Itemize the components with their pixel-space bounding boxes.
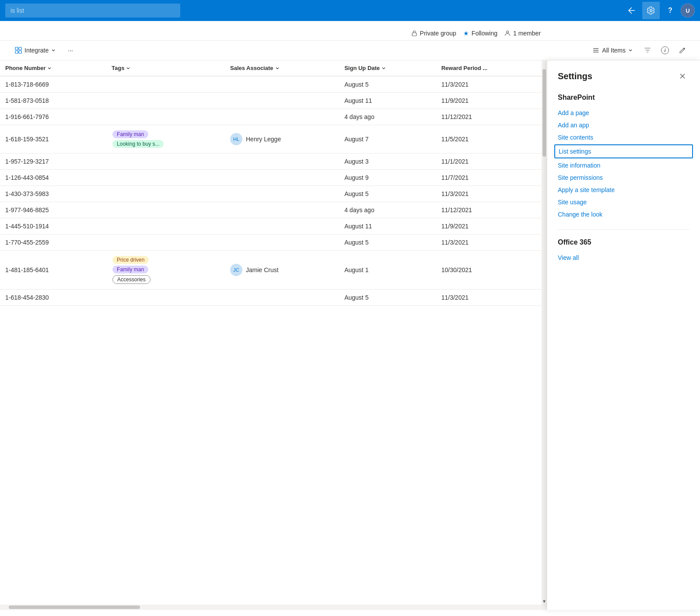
cell-signup-date: August 5	[339, 234, 436, 251]
table-row[interactable]: 1-977-946-88254 days ago11/12/2021	[0, 202, 542, 218]
settings-link-site-contents[interactable]: Site contents	[558, 131, 690, 144]
toolbar-right: All Items i	[588, 43, 690, 57]
cell-reward-period: 11/12/2021	[436, 109, 542, 125]
following-item[interactable]: ★ Following	[463, 30, 497, 37]
table-header-row: Phone Number Tags	[0, 60, 542, 76]
table-row[interactable]: 1-618-159-3521Family manLooking to buy s…	[0, 125, 542, 154]
settings-link-site-permissions[interactable]: Site permissions	[558, 172, 690, 184]
svg-rect-5	[19, 51, 21, 53]
settings-icon-button[interactable]	[642, 2, 660, 19]
table-container[interactable]: Phone Number Tags	[0, 60, 542, 610]
table-row[interactable]: 1-581-873-0518August 1111/9/2021	[0, 93, 542, 109]
col-tags[interactable]: Tags	[106, 60, 225, 76]
sharepoint-links: Add a pageAdd an appSite contentsList se…	[558, 107, 690, 220]
cell-tags	[106, 76, 225, 93]
settings-link-apply-a-site-template[interactable]: Apply a site template	[558, 184, 690, 196]
all-items-label: All Items	[602, 47, 626, 54]
settings-link-site-information[interactable]: Site information	[558, 159, 690, 172]
private-group-label: Private group	[420, 30, 456, 37]
table-row[interactable]: 1-126-443-0854August 911/7/2021	[0, 170, 542, 186]
tag-chip: Price driven	[112, 256, 149, 264]
avatar-initials: U	[681, 4, 695, 18]
cell-phone: 1-977-946-8825	[0, 202, 106, 218]
cell-reward-period: 11/5/2021	[436, 125, 542, 154]
cell-associate	[225, 290, 339, 306]
col-sales-associate[interactable]: Sales Associate	[225, 60, 339, 76]
cell-reward-period: 11/9/2021	[436, 93, 542, 109]
cell-phone: 1-581-873-0518	[0, 93, 106, 109]
settings-divider	[558, 229, 690, 230]
associate-name: Jamie Crust	[246, 266, 279, 273]
integrate-button[interactable]: Integrate	[10, 44, 60, 56]
table-row[interactable]: 1-618-454-2830August 511/3/2021	[0, 290, 542, 306]
edit-view-icon	[679, 47, 686, 54]
vertical-scrollbar[interactable]: ▼	[542, 60, 547, 610]
h-scrollbar-thumb[interactable]	[9, 606, 140, 609]
following-label: Following	[472, 30, 497, 37]
cell-tags	[106, 109, 225, 125]
all-items-button[interactable]: All Items	[588, 44, 637, 56]
scroll-arrow-down[interactable]: ▼	[542, 598, 547, 605]
cell-associate	[225, 186, 339, 202]
cell-reward-period: 11/7/2021	[436, 170, 542, 186]
horizontal-scrollbar[interactable]	[0, 605, 547, 610]
office365-heading: Office 365	[558, 238, 690, 246]
group-meta: Private group ★ Following 1 member	[10, 24, 690, 40]
cell-phone: 1-916-661-7976	[0, 109, 106, 125]
top-navigation: ? U	[0, 0, 700, 21]
members-label: 1 member	[513, 30, 541, 37]
more-label: ···	[68, 47, 73, 54]
table-row[interactable]: 1-430-373-5983August 511/3/2021	[0, 186, 542, 202]
cell-tags	[106, 154, 225, 170]
avatar[interactable]: U	[681, 4, 695, 18]
table-row[interactable]: 1-445-510-1914August 1111/9/2021	[0, 218, 542, 234]
more-button[interactable]: ···	[63, 44, 77, 56]
cell-reward-period: 11/3/2021	[436, 290, 542, 306]
settings-link-view-all[interactable]: View all	[558, 252, 690, 264]
sub-header: Private group ★ Following 1 member	[0, 21, 700, 41]
table-row[interactable]: 1-481-185-6401Price drivenFamily manAcce…	[0, 251, 542, 290]
table-row[interactable]: 1-916-661-79764 days ago11/12/2021	[0, 109, 542, 125]
star-icon: ★	[463, 30, 469, 37]
back-icon[interactable]	[623, 2, 640, 19]
tag-chip: Accessories	[112, 275, 150, 284]
all-items-chevron-icon	[628, 48, 633, 52]
cell-tags	[106, 290, 225, 306]
settings-link-add-a-page[interactable]: Add a page	[558, 107, 690, 119]
cell-tags	[106, 234, 225, 251]
settings-link-change-the-look[interactable]: Change the look	[558, 208, 690, 220]
cell-phone: 1-481-185-6401	[0, 251, 106, 290]
col-phone-number[interactable]: Phone Number	[0, 60, 106, 76]
col-sign-up-date[interactable]: Sign Up Date	[339, 60, 436, 76]
col-reward-period[interactable]: Reward Period ...	[436, 60, 542, 76]
cell-signup-date: 4 days ago	[339, 109, 436, 125]
settings-link-site-usage[interactable]: Site usage	[558, 196, 690, 208]
cell-phone: 1-430-373-5983	[0, 186, 106, 202]
help-icon-button[interactable]: ?	[662, 2, 679, 19]
toolbar: Integrate ··· All Items i	[0, 41, 700, 60]
office365-links: View all	[558, 252, 690, 264]
cell-phone: 1-618-454-2830	[0, 290, 106, 306]
cell-tags: Price drivenFamily manAccessories	[106, 251, 225, 290]
cell-phone: 1-770-455-2559	[0, 234, 106, 251]
settings-link-add-an-app[interactable]: Add an app	[558, 119, 690, 131]
cell-phone: 1-618-159-3521	[0, 125, 106, 154]
settings-link-list-settings[interactable]: List settings	[554, 144, 693, 158]
sort-icon	[126, 66, 130, 70]
cell-associate	[225, 76, 339, 93]
cell-associate	[225, 109, 339, 125]
scrollbar-thumb[interactable]	[542, 69, 546, 157]
cell-signup-date: August 9	[339, 170, 436, 186]
edit-view-button[interactable]	[676, 43, 690, 57]
cell-tags	[106, 93, 225, 109]
filter-button[interactable]	[640, 43, 654, 57]
search-input[interactable]	[5, 4, 180, 18]
associate-name: Henry Legge	[246, 136, 281, 143]
cell-associate	[225, 93, 339, 109]
info-button[interactable]: i	[658, 43, 672, 57]
close-settings-button[interactable]	[676, 69, 690, 83]
table-row[interactable]: 1-957-129-3217August 311/1/2021	[0, 154, 542, 170]
table-row[interactable]: 1-813-718-6669August 511/3/2021	[0, 76, 542, 93]
sharepoint-heading: SharePoint	[558, 94, 690, 102]
table-row[interactable]: 1-770-455-2559August 511/3/2021	[0, 234, 542, 251]
